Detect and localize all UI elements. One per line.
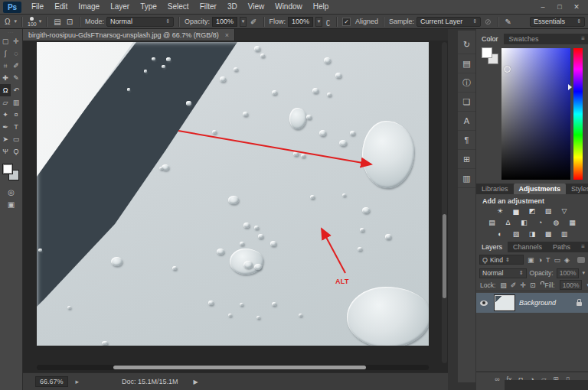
menu-item-image[interactable]: Image (73, 0, 105, 14)
screen-mode-button[interactable]: ▣ (8, 200, 15, 209)
status-flyout-icon[interactable]: ▶ (194, 379, 198, 385)
sample-select[interactable]: Current Layer ⇕ (416, 17, 481, 27)
layers-opacity-field[interactable]: 100% (557, 268, 580, 278)
menu-item-help[interactable]: Help (308, 0, 335, 14)
pressure-size-icon[interactable]: ✎ (504, 15, 513, 28)
lasso-tool[interactable]: ʃ (0, 47, 11, 60)
vertical-scrollbar[interactable] (442, 42, 447, 363)
levels-icon[interactable]: ▅ (511, 206, 521, 216)
menu-item-window[interactable]: Window (270, 0, 308, 14)
workspace-select[interactable]: Essentials ⇕ (530, 17, 585, 27)
notes-panel-icon[interactable]: ▥ (458, 169, 475, 188)
brush-tool[interactable]: ✎ (11, 72, 21, 84)
quick-mask-button[interactable]: ◎ (8, 188, 15, 197)
lock-artboard-icon[interactable]: ⊡ (530, 281, 536, 289)
panel-menu-icon[interactable]: ≡ (581, 34, 588, 44)
color-picker-cursor[interactable] (504, 66, 511, 73)
zoom-level-field[interactable]: 66.67% (35, 376, 68, 387)
horizontal-scrollbar-handle[interactable] (113, 366, 366, 369)
properties-panel-icon[interactable]: ❏ (458, 93, 475, 112)
saturation-brightness-picker[interactable] (501, 48, 570, 180)
tab-paths[interactable]: Paths (547, 242, 576, 252)
visibility-toggle[interactable] (476, 301, 492, 306)
brightness-contrast-icon[interactable]: ☀ (495, 206, 505, 216)
flow-field[interactable]: 100% (288, 17, 313, 27)
menu-item-filter[interactable]: Filter (194, 0, 222, 14)
minimize-button[interactable]: – (534, 0, 551, 14)
pressure-opacity-icon[interactable]: ✐ (249, 15, 258, 28)
filter-shape-layers-icon[interactable]: ▭ (554, 256, 560, 264)
photo-filter-icon[interactable]: ◔ (535, 218, 545, 227)
link-layers-icon[interactable]: ∞ (495, 375, 499, 383)
rectangle-tool[interactable]: ▭ (11, 133, 21, 145)
dodge-tool[interactable]: ¤ (11, 109, 21, 121)
horizontal-scrollbar[interactable] (37, 365, 429, 370)
healing-brush-tool[interactable]: ✚ (0, 72, 11, 84)
clone-stamp-preset-icon[interactable]: Ω (3, 15, 11, 28)
black-white-icon[interactable]: ◧ (519, 218, 529, 227)
hue-saturation-icon[interactable]: ▤ (487, 218, 497, 227)
tab-libraries[interactable]: Libraries (476, 184, 514, 194)
menu-item-layer[interactable]: Layer (105, 0, 135, 14)
tab-layers[interactable]: Layers (476, 242, 508, 252)
opacity-caret-icon[interactable]: ▾ (240, 17, 247, 27)
quick-selection-tool[interactable]: ◌ (11, 47, 21, 60)
maximize-button[interactable]: □ (551, 0, 568, 14)
ignore-adjustments-icon[interactable]: ⊘ (483, 15, 492, 28)
invert-icon[interactable]: ◐ (495, 229, 505, 239)
aligned-checkbox[interactable]: ✓ (342, 18, 351, 26)
panel-menu-icon[interactable]: ≡ (581, 242, 588, 252)
crop-tool[interactable]: ⌗ (0, 60, 11, 72)
lock-paint-icon[interactable]: ✐ (511, 281, 517, 289)
brush-preset-caret-icon[interactable]: ▾ (39, 18, 42, 24)
foreground-color-swatch[interactable] (482, 47, 492, 58)
filter-kind-select[interactable]: Ϙ Kind ⇕ (479, 255, 524, 265)
foreground-color-swatch[interactable] (2, 164, 13, 174)
gradient-tool[interactable]: ▥ (11, 96, 21, 109)
tab-swatches[interactable]: Swatches (504, 34, 544, 44)
history-brush-tool[interactable]: ↶ (11, 84, 21, 96)
type-tool[interactable]: T (11, 121, 21, 133)
menu-item-view[interactable]: View (243, 0, 270, 14)
filter-type-layers-icon[interactable]: T (546, 256, 550, 264)
exposure-icon[interactable]: ▧ (544, 206, 554, 216)
curves-icon[interactable]: ◩ (528, 206, 537, 216)
hue-slider-handle[interactable] (568, 84, 572, 90)
tab-channels[interactable]: Channels (508, 242, 547, 252)
vibrance-icon[interactable]: ▽ (560, 206, 570, 216)
tab-styles[interactable]: Styles (566, 184, 588, 194)
document-tab[interactable]: birgith-roosipuu-GdsFTnarsog-unsplash.jp… (23, 29, 235, 41)
paragraph-panel-icon[interactable]: ¶ (458, 131, 475, 150)
color-lookup-icon[interactable]: ▦ (567, 218, 577, 227)
airbrush-icon[interactable]: ʗ (325, 15, 332, 28)
brush-settings-panel-icon[interactable]: ▤ (458, 54, 475, 73)
hue-slider-bar[interactable] (573, 48, 583, 180)
artboards-panel-icon[interactable]: ⊞ (458, 150, 475, 169)
document-image[interactable] (37, 42, 429, 346)
pen-tool[interactable]: ✒ (0, 121, 11, 133)
blur-tool[interactable]: ✦ (0, 109, 11, 121)
menu-item-file[interactable]: File (26, 0, 49, 14)
toolbox-grip[interactable]: ∙∙∙ (0, 29, 22, 35)
gradient-map-icon[interactable]: ▩ (544, 229, 554, 239)
path-selection-tool[interactable]: ➤ (0, 133, 11, 145)
tab-close-icon[interactable]: × (225, 31, 229, 39)
vertical-scrollbar-handle[interactable] (443, 214, 446, 298)
filter-adjustment-layers-icon[interactable]: ◑ (538, 256, 542, 264)
mode-select[interactable]: Normal ⇕ (106, 17, 174, 27)
zoom-tool[interactable]: Ϙ (11, 145, 21, 158)
info-panel-icon[interactable]: ⓘ (458, 73, 475, 93)
history-panel-icon[interactable]: ↻ (458, 35, 475, 54)
toggle-brush-panel-icon[interactable]: ▤ (52, 15, 62, 28)
filter-pixel-layers-icon[interactable]: ▣ (528, 256, 534, 264)
rectangular-marquee-tool[interactable]: ▢ (0, 35, 11, 47)
color-balance-icon[interactable]: Δ (503, 218, 513, 227)
layers-fill-field[interactable]: 100% (560, 280, 583, 290)
move-tool[interactable]: ✛ (11, 35, 21, 47)
layer-name[interactable]: Background (519, 299, 556, 307)
clone-stamp-tool[interactable]: Ω (0, 84, 11, 96)
tool-preset-caret-icon[interactable]: ▾ (14, 18, 17, 24)
lock-move-icon[interactable]: ✛ (520, 281, 526, 289)
selective-color-icon[interactable]: ▥ (560, 229, 570, 239)
flow-caret-icon[interactable]: ▾ (315, 17, 322, 27)
